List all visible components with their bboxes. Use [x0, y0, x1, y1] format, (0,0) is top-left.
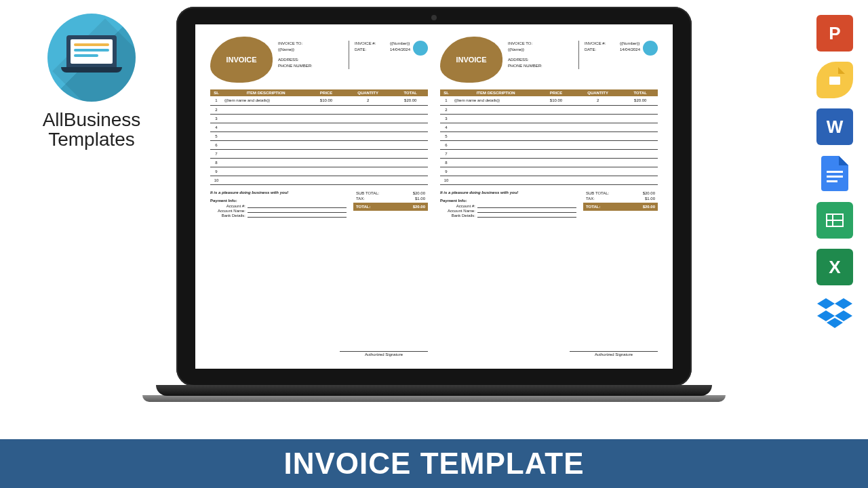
- invoice-page: INVOICE INVOICE TO: {{Name}} ADDRESS: PH…: [440, 37, 658, 357]
- invoice-title-blob: INVOICE: [440, 37, 502, 83]
- laptop-mockup: INVOICE INVOICE TO: {{Name}} ADDRESS: PH…: [176, 7, 692, 402]
- format-icons: P W X: [816, 15, 853, 332]
- camera-dot: [431, 15, 437, 20]
- svg-rect-4: [827, 180, 837, 182]
- brand-logo: AllBusinessTemplates: [20, 14, 163, 150]
- google-docs-icon: [816, 155, 853, 192]
- word-icon: W: [816, 108, 853, 145]
- excel-icon: X: [816, 249, 853, 285]
- google-slides-icon: [816, 62, 853, 98]
- google-sheets-icon: [816, 202, 853, 239]
- svg-rect-1: [829, 77, 840, 85]
- dropbox-icon: [816, 296, 853, 332]
- brand-text-2: Templates: [20, 129, 163, 149]
- svg-rect-2: [827, 171, 843, 173]
- mini-logo: [643, 41, 658, 56]
- invoice-title-blob: INVOICE: [210, 37, 273, 83]
- page-title-bar: INVOICE TEMPLATE: [0, 435, 868, 488]
- brand-text-1: AllBusiness: [20, 110, 163, 129]
- svg-rect-3: [827, 176, 843, 178]
- powerpoint-icon: P: [816, 15, 853, 52]
- invoice-items-table: SLITEM DESCRIPTIONPRICEQUANTITYTOTAL 1{{…: [210, 89, 428, 185]
- page-title: INVOICE TEMPLATE: [284, 447, 585, 480]
- mini-logo: [413, 41, 428, 56]
- invoice-page: INVOICE INVOICE TO: {{Name}} ADDRESS: PH…: [210, 37, 428, 357]
- invoice-items-table: SLITEM DESCRIPTIONPRICEQUANTITYTOTAL 1{{…: [440, 89, 658, 185]
